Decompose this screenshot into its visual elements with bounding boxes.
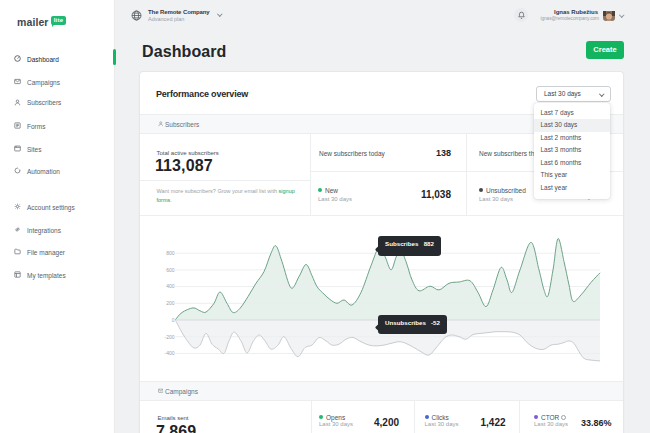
- svg-text:800: 800: [166, 250, 175, 256]
- svg-text:-200: -200: [164, 334, 174, 340]
- svg-text:0: 0: [172, 317, 175, 323]
- svg-text:600: 600: [166, 267, 175, 273]
- svg-text:200: 200: [166, 300, 175, 306]
- svg-text:400: 400: [166, 283, 175, 289]
- svg-text:-400: -400: [164, 350, 174, 356]
